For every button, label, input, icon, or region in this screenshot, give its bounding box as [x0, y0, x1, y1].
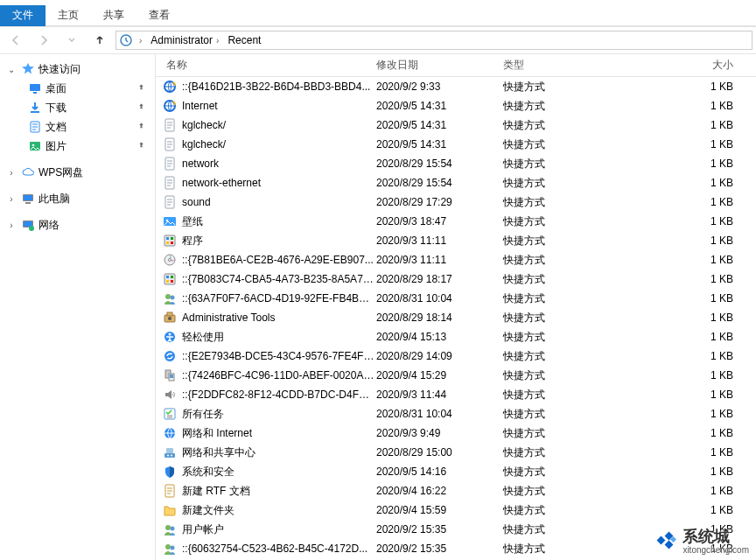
- nav-quick-item[interactable]: 桌面: [0, 79, 155, 98]
- address-path[interactable]: › Administrator› Recent: [116, 31, 752, 50]
- file-name: 用户帐户: [182, 522, 224, 537]
- prog-icon: [163, 234, 177, 248]
- file-row[interactable]: ::{E2E7934B-DCE5-43C4-9576-7FE4F7...2020…: [156, 346, 756, 366]
- file-name: 新建文件夹: [182, 503, 234, 518]
- file-type: 快捷方式: [503, 388, 630, 402]
- file-name: 所有任务: [182, 407, 224, 422]
- file-date: 2020/8/29 15:00: [376, 446, 503, 458]
- chevron-right-icon: ›: [139, 36, 142, 46]
- file-type: 快捷方式: [503, 234, 630, 248]
- cloud-icon: [21, 165, 35, 179]
- file-size: 1 KB: [630, 369, 756, 382]
- tab-home[interactable]: 主页: [46, 5, 91, 26]
- file-name: ::{63A7F0F7-6ACD-4D19-92FE-FB4BD9...: [182, 292, 376, 304]
- file-name: Internet: [182, 100, 218, 112]
- up-button[interactable]: [88, 30, 112, 51]
- file-date: 2020/9/3 11:11: [376, 254, 503, 266]
- nav-quick-item[interactable]: 下载: [0, 98, 155, 117]
- file-row[interactable]: 所有任务2020/8/31 10:04快捷方式1 KB: [156, 404, 756, 424]
- file-type: 快捷方式: [503, 80, 630, 94]
- file-row[interactable]: sound2020/8/29 17:29快捷方式1 KB: [156, 192, 756, 212]
- col-type[interactable]: 类型: [503, 58, 630, 73]
- file-type: 快捷方式: [503, 484, 630, 499]
- file-date: 2020/8/29 17:29: [376, 196, 503, 208]
- file-row[interactable]: ::{60632754-C523-4B62-B45C-4172D...2020/…: [156, 539, 756, 558]
- file-row[interactable]: 轻松使用2020/9/4 15:13快捷方式1 KB: [156, 327, 756, 346]
- file-name: ::{F2DDFC82-8F12-4CDD-B7DC-D4FE1...: [182, 388, 376, 401]
- col-name[interactable]: 名称: [156, 58, 376, 73]
- back-button[interactable]: [4, 30, 28, 51]
- file-size: 1 KB: [630, 196, 756, 208]
- file-type: 快捷方式: [503, 407, 630, 422]
- network-icon: [21, 218, 35, 232]
- nav-quick-item[interactable]: 文档: [0, 117, 155, 136]
- file-type: 快捷方式: [503, 330, 630, 345]
- crumb-recent[interactable]: Recent: [224, 34, 264, 46]
- file-date: 2020/9/5 14:31: [376, 119, 503, 131]
- file-row[interactable]: 新建文件夹2020/9/4 15:59快捷方式1 KB: [156, 500, 756, 520]
- file-size: 1 KB: [630, 542, 756, 555]
- nav-quick-access[interactable]: ⌄ 快速访问: [0, 60, 155, 79]
- file-row[interactable]: ::{74246BFC-4C96-11D0-ABEF-0020AF...2020…: [156, 366, 756, 385]
- file-type: 快捷方式: [503, 195, 630, 210]
- doc-icon: [163, 137, 177, 151]
- admin-icon: [163, 311, 177, 325]
- file-row[interactable]: 系统和安全2020/9/5 14:16快捷方式1 KB: [156, 462, 756, 481]
- document-icon: [28, 120, 42, 134]
- file-row[interactable]: 程序2020/9/3 11:11快捷方式1 KB: [156, 231, 756, 250]
- file-row[interactable]: Internet2020/9/5 14:31快捷方式1 KB: [156, 96, 756, 116]
- file-row[interactable]: ::{7B083C74-CBA5-4A73-B235-8A5A71...2020…: [156, 270, 756, 289]
- chevron-right-icon[interactable]: ›: [5, 168, 18, 178]
- file-row[interactable]: kglcheck/2020/9/5 14:31快捷方式1 KB: [156, 135, 756, 154]
- file-row[interactable]: 壁纸2020/9/3 18:47快捷方式1 KB: [156, 212, 756, 231]
- file-name: ::{B416D21B-3B22-B6D4-BBD3-BBD4...: [182, 80, 370, 93]
- file-type: 快捷方式: [503, 272, 630, 287]
- file-date: 2020/9/3 11:11: [376, 234, 503, 247]
- pc-icon: [21, 192, 35, 206]
- col-size[interactable]: 大小: [630, 58, 756, 73]
- file-size: 1 KB: [630, 254, 756, 266]
- file-row[interactable]: network2020/8/29 15:54快捷方式1 KB: [156, 154, 756, 173]
- nav-network[interactable]: › 网络: [0, 215, 155, 234]
- col-date[interactable]: 修改日期: [376, 58, 503, 73]
- file-name: 壁纸: [182, 214, 203, 229]
- file-row[interactable]: 新建 RTF 文档2020/9/4 16:22快捷方式1 KB: [156, 481, 756, 500]
- nav-this-pc[interactable]: › 此电脑: [0, 189, 155, 208]
- file-name: ::{7B083C74-CBA5-4A73-B235-8A5A71...: [182, 273, 376, 285]
- recent-dropdown[interactable]: [60, 30, 84, 51]
- file-row[interactable]: 网络和共享中心2020/8/29 15:00快捷方式1 KB: [156, 443, 756, 462]
- file-size: 1 KB: [630, 331, 756, 343]
- tab-view[interactable]: 查看: [136, 5, 182, 26]
- chevron-right-icon[interactable]: ›: [5, 194, 18, 204]
- file-name: 轻松使用: [182, 330, 224, 345]
- doc-icon: [163, 118, 177, 132]
- file-row[interactable]: Administrative Tools2020/8/29 18:14快捷方式1…: [156, 308, 756, 327]
- forward-button[interactable]: [32, 30, 56, 51]
- file-size: 1 KB: [630, 504, 756, 516]
- file-row[interactable]: ::{F2DDFC82-8F12-4CDD-B7DC-D4FE1...2020/…: [156, 385, 756, 404]
- file-tab[interactable]: 文件: [0, 5, 46, 26]
- file-row[interactable]: 网络和 Internet2020/9/3 9:49快捷方式1 KB: [156, 424, 756, 443]
- file-date: 2020/8/29 18:14: [376, 312, 503, 324]
- users-icon: [163, 542, 177, 556]
- file-size: 1 KB: [630, 215, 756, 228]
- file-row[interactable]: ::{B416D21B-3B22-B6D4-BBD3-BBD4...2020/9…: [156, 77, 756, 96]
- crumb-admin[interactable]: Administrator›: [147, 34, 222, 46]
- pin-icon: [136, 141, 146, 152]
- nav-quick-item[interactable]: 图片: [0, 136, 155, 156]
- file-date: 2020/9/2 15:35: [376, 542, 503, 555]
- file-date: 2020/9/3 18:47: [376, 215, 503, 228]
- file-name: network: [182, 158, 219, 170]
- file-row[interactable]: kglcheck/2020/9/5 14:31快捷方式1 KB: [156, 116, 756, 135]
- pin-icon: [136, 83, 146, 94]
- file-row[interactable]: network-ethernet2020/8/29 15:54快捷方式1 KB: [156, 173, 756, 192]
- nav-wps[interactable]: › WPS网盘: [0, 163, 155, 182]
- file-date: 2020/9/4 15:59: [376, 504, 503, 516]
- prog-icon: [163, 272, 177, 286]
- chevron-right-icon[interactable]: ›: [5, 220, 18, 230]
- chevron-down-icon[interactable]: ⌄: [5, 65, 18, 74]
- file-row[interactable]: ::{63A7F0F7-6ACD-4D19-92FE-FB4BD9...2020…: [156, 289, 756, 308]
- file-row[interactable]: ::{7B81BE6A-CE2B-4676-A29E-EB907...2020/…: [156, 250, 756, 270]
- tab-share[interactable]: 共享: [91, 5, 136, 26]
- file-row[interactable]: 用户帐户2020/9/2 15:35快捷方式1 KB: [156, 520, 756, 539]
